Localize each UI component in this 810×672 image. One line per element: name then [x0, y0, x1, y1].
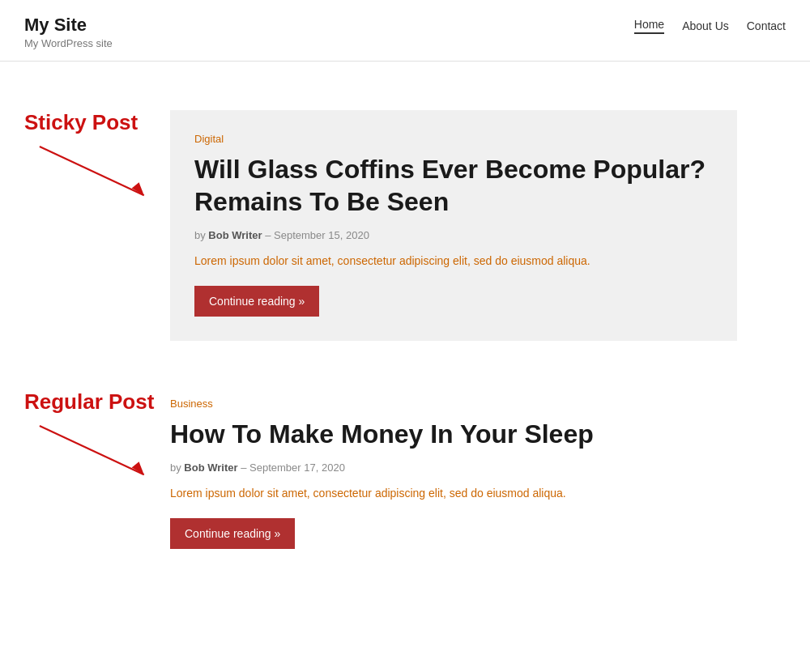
main-content: Sticky Post Digital Will Glass Coffins E… [0, 110, 810, 565]
regular-post-card: Business How To Make Money In Your Sleep… [170, 389, 737, 565]
regular-post-label: Regular Post [24, 389, 154, 415]
regular-post-dash: – [241, 461, 249, 474]
sticky-post-dash: – [265, 229, 274, 241]
site-nav: Home About Us Contact [634, 15, 786, 34]
sticky-post-date: September 15, 2020 [274, 229, 369, 241]
regular-post-section: Regular Post Business How To Make Money … [24, 389, 786, 565]
regular-arrow [24, 419, 170, 483]
regular-post-meta: by Bob Writer – September 17, 2020 [170, 461, 737, 474]
regular-post-meta-by: by [170, 461, 181, 474]
sticky-post-title: Will Glass Coffins Ever Become Popular? … [194, 153, 713, 218]
regular-post-excerpt: Lorem ipsum dolor sit amet, consectetur … [170, 485, 737, 502]
site-header: My Site My WordPress site Home About Us … [0, 0, 810, 62]
sticky-post-label: Sticky Post [24, 110, 138, 135]
sticky-continue-reading-button[interactable]: Continue reading » [194, 286, 319, 317]
regular-post-date: September 17, 2020 [249, 461, 345, 474]
sticky-post-meta: by Bob Writer – September 15, 2020 [194, 229, 713, 241]
regular-continue-reading-button[interactable]: Continue reading » [170, 518, 295, 549]
sticky-arrow [24, 139, 170, 204]
site-description: My WordPress site [24, 37, 113, 49]
regular-post-author: Bob Writer [184, 461, 237, 474]
sticky-post-section: Sticky Post Digital Will Glass Coffins E… [24, 110, 786, 341]
sticky-post-excerpt: Lorem ipsum dolor sit amet, consectetur … [194, 253, 713, 270]
regular-post-category: Business [170, 398, 737, 410]
svg-line-0 [40, 147, 144, 195]
sticky-post-card: Digital Will Glass Coffins Ever Become P… [170, 110, 737, 341]
regular-post-title: How To Make Money In Your Sleep [170, 418, 737, 450]
nav-home[interactable]: Home [634, 18, 664, 34]
site-title[interactable]: My Site [24, 15, 113, 36]
svg-line-2 [40, 426, 144, 474]
sticky-post-meta-by: by [194, 229, 206, 241]
sticky-post-category: Digital [194, 133, 713, 145]
sticky-post-author: Bob Writer [208, 229, 262, 241]
nav-about[interactable]: About Us [682, 19, 729, 32]
site-branding: My Site My WordPress site [24, 15, 113, 49]
nav-contact[interactable]: Contact [747, 19, 786, 32]
